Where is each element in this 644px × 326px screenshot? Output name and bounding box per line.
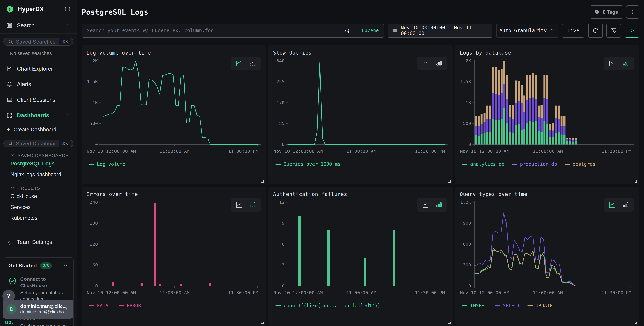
resize-handle-icon[interactable]: [261, 180, 264, 183]
chart-legend: countIf(like(arr..ation failed%')): [273, 303, 448, 308]
svg-text:300: 300: [463, 262, 471, 267]
create-dashboard-button[interactable]: + Create Dashboard: [0, 123, 76, 135]
date-range-value: Nov 10 00:00:00 - Nov 11 00:00:00: [401, 25, 488, 36]
chart-title: Authentication failures: [273, 191, 448, 197]
granularity-select[interactable]: Auto Granularity: [496, 24, 558, 38]
sidebar-item-nginx-dashboard[interactable]: Nginx logs dashboard: [0, 169, 76, 180]
line-chart-icon[interactable]: [608, 60, 616, 67]
user-menu[interactable]: D dominic.tran@clic... dominic.tran@clic…: [3, 299, 73, 318]
section-label: PRESETS: [18, 186, 40, 191]
legend-item: production_db: [512, 161, 557, 167]
search-panel-icon: [6, 22, 13, 29]
line-chart-icon[interactable]: [608, 201, 616, 208]
logo-row: HyperDX: [0, 0, 76, 18]
bar-chart-icon[interactable]: [622, 60, 630, 67]
resize-handle-icon[interactable]: [634, 321, 637, 324]
svg-text:11:30:00 PM: 11:30:00 PM: [228, 149, 258, 154]
sidebar-item-services[interactable]: Services: [0, 202, 76, 213]
resize-handle-icon[interactable]: [634, 180, 637, 183]
date-range-picker[interactable]: Nov 10 00:00:00 - Nov 11 00:00:00: [388, 24, 492, 38]
sidebar-collapse-icon[interactable]: [64, 6, 71, 13]
legend-dash: [276, 164, 281, 165]
line-chart-icon[interactable]: [235, 201, 243, 208]
resize-handle-icon[interactable]: [261, 321, 264, 324]
svg-text:85: 85: [279, 121, 284, 126]
resize-handle-icon[interactable]: [448, 180, 450, 183]
chart-type-toggle: [417, 57, 448, 70]
legend-dash: [276, 305, 281, 306]
bar-chart-icon[interactable]: [435, 201, 443, 208]
section-presets[interactable]: PRESETS: [10, 186, 76, 191]
play-icon: [629, 28, 635, 33]
saved-searches-search[interactable]: ⌘K: [4, 38, 73, 46]
bar-chart-icon[interactable]: [435, 60, 443, 67]
search-icon: [8, 141, 13, 146]
granularity-value: Auto Granularity: [500, 28, 546, 33]
legend-dash: [462, 164, 468, 165]
sidebar-item-clickhouse[interactable]: ClickHouse: [0, 191, 76, 202]
legend-dash: [89, 164, 94, 165]
bar-chart-icon[interactable]: [249, 201, 256, 208]
chevron-up-icon[interactable]: [63, 263, 68, 269]
chart-card: Log volume over time 05001K1.5K2KNov 10 …: [82, 45, 266, 184]
tag-icon: [594, 9, 600, 15]
chevron-up-icon: [66, 23, 70, 28]
run-query-button[interactable]: [625, 24, 639, 38]
chart-plot: 036912Nov 10 12:00:00 AM11:00:00 AM11:30…: [273, 199, 448, 300]
svg-text:0: 0: [95, 142, 98, 147]
bar-chart-icon[interactable]: [622, 201, 630, 208]
svg-text:11:30:00 PM: 11:30:00 PM: [415, 149, 445, 154]
sidebar-item-dashboards[interactable]: Dashboards: [0, 108, 76, 123]
lucene-toggle[interactable]: Lucene: [362, 28, 379, 33]
legend-label: analytics_db: [470, 161, 504, 167]
create-dashboard-label: Create Dashboard: [14, 127, 56, 133]
chart-card: Errors over time 060120180240Nov 10 12:0…: [82, 187, 266, 326]
svg-text:1.5K: 1.5K: [460, 79, 471, 84]
saved-dashboards-input[interactable]: [16, 141, 56, 146]
section-saved-dashboards[interactable]: SAVED DASHBOARDS: [10, 153, 76, 158]
svg-text:11:00:00 AM: 11:00:00 AM: [160, 290, 190, 295]
event-search-box[interactable]: SQL | Lucene: [82, 24, 384, 38]
refresh-button[interactable]: [588, 24, 603, 38]
progress-badge: 3/3: [40, 262, 52, 269]
tags-button[interactable]: 0 Tags: [590, 6, 623, 19]
sidebar-item-search[interactable]: Search: [0, 18, 76, 33]
line-chart-icon[interactable]: [422, 201, 429, 208]
sidebar-item-postgresql-logs[interactable]: PostgreSQL Logs: [0, 158, 76, 169]
svg-text:1K: 1K: [92, 100, 98, 105]
sidebar-item-team-settings[interactable]: Team Settings: [0, 234, 76, 250]
chevron-up-icon: [66, 113, 70, 118]
sidebar-item-alerts[interactable]: Alerts: [0, 77, 76, 92]
bar-chart-icon[interactable]: [249, 60, 256, 67]
chart-type-toggle: [604, 57, 634, 70]
saved-dashboards-search[interactable]: ⌘K: [4, 140, 73, 147]
search-icon: [8, 39, 13, 44]
svg-text:180: 180: [90, 221, 98, 226]
filter-button[interactable]: [606, 24, 621, 38]
chart-plot: 05001K1.5K2KNov 10 12:00:00 AM11:00:00 A…: [460, 57, 634, 159]
svg-text:0: 0: [282, 283, 284, 288]
kebab-menu-button[interactable]: [626, 6, 639, 19]
saved-searches-input[interactable]: [16, 39, 56, 45]
svg-text:255: 255: [276, 79, 284, 84]
live-button[interactable]: Live: [562, 24, 584, 38]
line-chart-icon[interactable]: [422, 60, 429, 67]
resize-handle-icon[interactable]: [448, 321, 450, 324]
sidebar-item-kubernetes[interactable]: Kubernetes: [0, 213, 76, 223]
svg-text:500: 500: [90, 121, 98, 126]
sidebar-item-chart-explorer[interactable]: Chart Explorer: [0, 61, 76, 77]
dashboard-grid-icon: [6, 112, 13, 119]
sql-toggle[interactable]: SQL: [344, 28, 352, 33]
event-search-input[interactable]: [87, 28, 340, 33]
line-chart-icon[interactable]: [235, 60, 243, 67]
sidebar-item-client-sessions[interactable]: Client Sessions: [0, 92, 76, 108]
gear-icon: [6, 239, 13, 245]
chart-card: Query types over time 03006009001.2KNov …: [455, 187, 639, 326]
legend-item: UPDATE: [528, 303, 553, 308]
svg-text:11:00:00 AM: 11:00:00 AM: [346, 149, 376, 154]
legend-dash: [495, 305, 500, 306]
legend-item: SELECT: [495, 303, 520, 308]
checklist-item[interactable]: Connect to ClickHouse Set up your databa…: [8, 276, 68, 302]
help-button[interactable]: ?: [2, 290, 15, 302]
legend-dash: [528, 305, 533, 306]
